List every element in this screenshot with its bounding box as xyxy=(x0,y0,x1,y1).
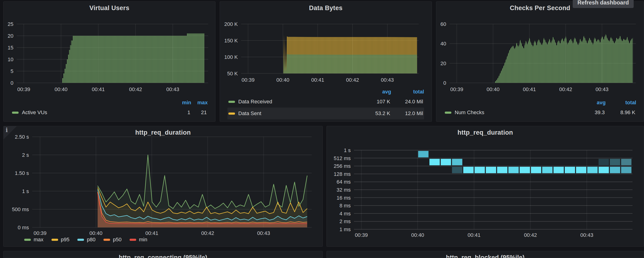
svg-text:32 ms: 32 ms xyxy=(336,187,351,193)
svg-text:00:42: 00:42 xyxy=(201,230,214,236)
refresh-dashboard-tooltip: Refresh dashboard xyxy=(573,0,634,8)
svg-text:20: 20 xyxy=(440,61,446,66)
series-label-p80: p80 xyxy=(87,236,96,243)
svg-text:1 ms: 1 ms xyxy=(340,226,351,232)
svg-text:00:42: 00:42 xyxy=(129,86,142,92)
svg-text:00:43: 00:43 xyxy=(166,86,179,92)
series-swatch-icon xyxy=(52,239,58,241)
svg-text:00:43: 00:43 xyxy=(257,230,270,236)
http-req-duration-chart[interactable]: 00:3900:4000:4100:4200:430 ms500 ms1 s1.… xyxy=(4,126,322,246)
legend-item-p80[interactable]: p80 xyxy=(78,236,96,243)
svg-text:00:40: 00:40 xyxy=(54,86,68,92)
svg-text:2 s: 2 s xyxy=(22,152,29,158)
legend-row-data-received: Data Received 107 K 24.0 Mil xyxy=(228,96,424,108)
series-swatch-icon xyxy=(228,113,235,115)
svg-text:00:41: 00:41 xyxy=(468,232,480,238)
svg-text:00:39: 00:39 xyxy=(34,230,46,236)
svg-text:1.50 s: 1.50 s xyxy=(15,170,29,176)
svg-text:2 ms: 2 ms xyxy=(340,218,351,224)
svg-text:00:40: 00:40 xyxy=(90,230,102,236)
series-label-data-received[interactable]: Data Received xyxy=(238,99,362,105)
svg-text:512 ms: 512 ms xyxy=(334,155,351,161)
panel-http-req-duration-lines: i http_req_duration 00:3900:4000:4100:42… xyxy=(3,126,323,247)
svg-text:00:39: 00:39 xyxy=(355,232,368,238)
svg-text:00:43: 00:43 xyxy=(596,86,608,92)
svg-text:100 K: 100 K xyxy=(224,54,238,60)
series-label-min: min xyxy=(139,236,147,243)
panel-title-http-req-connecting[interactable]: http_req_connecting (95%ile) xyxy=(4,254,322,258)
svg-text:0 ms: 0 ms xyxy=(18,224,29,230)
panel-http-req-blocked: http_req_blocked (95%ile) xyxy=(326,251,644,258)
legend-sort-total[interactable]: total xyxy=(606,100,636,106)
svg-text:00:39: 00:39 xyxy=(242,77,254,83)
legend-value-avg: 53.2 K xyxy=(362,110,390,117)
series-swatch-icon xyxy=(12,112,18,114)
svg-text:20: 20 xyxy=(8,33,14,39)
svg-text:1 s: 1 s xyxy=(22,188,29,194)
legend-value-total: 8.96 K xyxy=(605,109,635,116)
svg-text:00:42: 00:42 xyxy=(346,77,359,83)
series-label-data-sent[interactable]: Data Sent xyxy=(238,110,362,117)
svg-text:00:41: 00:41 xyxy=(145,230,158,236)
svg-text:60: 60 xyxy=(440,21,446,27)
svg-text:00:43: 00:43 xyxy=(580,232,593,238)
legend-row-data-sent: Data Sent 53.2 K 12.0 Mil xyxy=(228,108,424,119)
svg-text:200 K: 200 K xyxy=(224,21,238,27)
virtual-users-legend: min max Active VUs 1 21 xyxy=(11,99,208,118)
duration-legend: max p95 p80 p50 min xyxy=(24,236,147,243)
legend-value-max: 21 xyxy=(190,109,207,116)
legend-item-p50[interactable]: p50 xyxy=(104,236,122,243)
svg-text:150 K: 150 K xyxy=(224,38,238,44)
series-swatch-icon xyxy=(78,239,84,241)
series-swatch-icon xyxy=(130,239,136,241)
svg-text:16 ms: 16 ms xyxy=(336,195,351,201)
svg-text:50 K: 50 K xyxy=(227,71,238,77)
legend-sort-avg[interactable]: avg xyxy=(363,89,391,95)
svg-text:4 ms: 4 ms xyxy=(340,211,351,216)
series-swatch-icon xyxy=(228,101,235,103)
panel-data-bytes: Data Bytes 00:3900:4000:4100:4200:4350 K… xyxy=(220,2,432,122)
series-label-p50: p50 xyxy=(113,236,122,243)
svg-text:00:41: 00:41 xyxy=(311,77,324,83)
svg-text:0: 0 xyxy=(10,80,14,86)
legend-sort-avg[interactable]: avg xyxy=(580,100,606,106)
series-label-num-checks[interactable]: Num Checks xyxy=(455,109,579,116)
checks-legend: avg total Num Checks 39.3 8.96 K xyxy=(444,99,636,118)
svg-text:00:39: 00:39 xyxy=(450,86,463,92)
svg-text:00:41: 00:41 xyxy=(523,86,536,92)
panel-virtual-users: Virtual Users 00:3900:4000:4100:4200:430… xyxy=(3,2,216,122)
series-swatch-icon xyxy=(445,112,451,114)
svg-text:00:42: 00:42 xyxy=(524,232,537,238)
panel-checks-per-second: Checks Per Second 00:3900:4000:4100:4200… xyxy=(436,2,644,122)
legend-item-max[interactable]: max xyxy=(24,236,44,243)
svg-text:256 ms: 256 ms xyxy=(334,163,351,169)
svg-text:00:40: 00:40 xyxy=(487,86,500,92)
svg-text:00:40: 00:40 xyxy=(276,77,289,83)
series-label-max: max xyxy=(34,236,44,243)
svg-text:0: 0 xyxy=(443,80,446,86)
legend-sort-max[interactable]: max xyxy=(191,100,208,106)
legend-row-num-checks: Num Checks 39.3 8.96 K xyxy=(444,107,636,118)
svg-text:2.50 s: 2.50 s xyxy=(15,134,29,140)
svg-text:00:39: 00:39 xyxy=(18,86,30,92)
data-bytes-legend: avg total Data Received 107 K 24.0 Mil D… xyxy=(228,88,424,119)
legend-sort-min[interactable]: min xyxy=(175,100,191,106)
legend-item-p95[interactable]: p95 xyxy=(52,236,70,243)
legend-value-avg: 39.3 xyxy=(579,109,605,116)
svg-text:64 ms: 64 ms xyxy=(336,179,351,185)
panel-title-http-req-blocked[interactable]: http_req_blocked (95%ile) xyxy=(327,254,644,258)
grafana-dashboard: Refresh dashboard Virtual Users 00:3900:… xyxy=(0,0,644,258)
svg-text:10: 10 xyxy=(8,57,14,62)
svg-text:128 ms: 128 ms xyxy=(334,171,351,177)
legend-sort-total[interactable]: total xyxy=(391,89,424,95)
http-req-duration-heatmap[interactable]: 00:3900:4000:4100:4200:431 s512 ms256 ms… xyxy=(327,126,644,246)
svg-text:25: 25 xyxy=(8,21,14,27)
svg-text:500 ms: 500 ms xyxy=(12,206,29,212)
legend-item-min[interactable]: min xyxy=(130,236,147,243)
svg-text:15: 15 xyxy=(8,45,14,51)
panel-http-req-duration-heatmap: http_req_duration 00:3900:4000:4100:4200… xyxy=(326,126,644,247)
legend-value-total: 12.0 Mil xyxy=(390,110,423,117)
series-label-active-vus[interactable]: Active VUs xyxy=(22,109,174,116)
legend-row-active-vus: Active VUs 1 21 xyxy=(11,107,208,118)
svg-text:00:43: 00:43 xyxy=(381,77,394,83)
